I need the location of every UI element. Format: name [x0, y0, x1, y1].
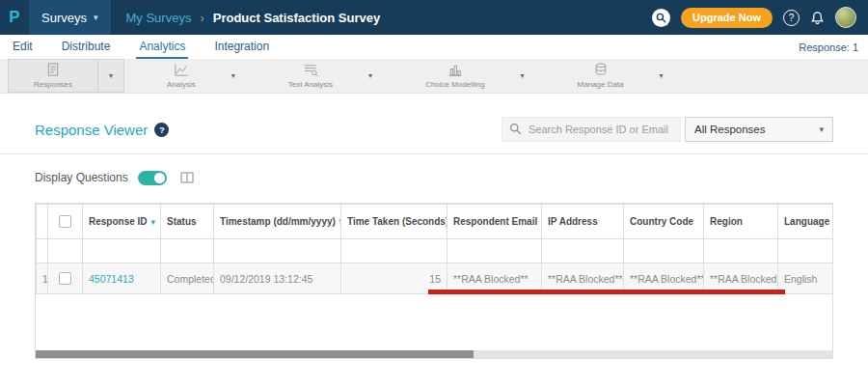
filter-cell[interactable]: [704, 239, 778, 263]
surveys-menu-button[interactable]: Surveys ▾: [29, 0, 111, 35]
choice-modelling-icon: [447, 62, 464, 78]
analysis-icon: [173, 62, 190, 78]
header-language[interactable]: Language: [778, 205, 833, 239]
header-timestamp-label: Timestamp (dd/mm/yyyy): [220, 216, 336, 227]
filter-cell[interactable]: [778, 239, 833, 263]
upgrade-now-button[interactable]: Upgrade Now: [681, 8, 773, 28]
filter-cell[interactable]: [161, 239, 214, 263]
filter-cell[interactable]: [448, 239, 542, 263]
text-analysis-label: Text Analysis: [288, 80, 333, 89]
cell-status: Completed: [161, 263, 214, 294]
all-responses-dropdown[interactable]: All Responses ▾: [685, 117, 833, 142]
questionpro-logo[interactable]: P: [0, 8, 29, 27]
display-questions-row: Display Questions: [35, 168, 833, 187]
responses-button[interactable]: Responses: [9, 60, 97, 92]
toggle-knob: [154, 173, 165, 183]
breadcrumb-my-surveys[interactable]: My Surveys: [126, 11, 192, 25]
tab-edit[interactable]: Edit: [10, 35, 36, 59]
cell-response-id: 45071413: [83, 263, 161, 294]
title-help-icon[interactable]: ?: [154, 123, 169, 137]
survey-nav-tabs: Edit Distribute Analytics Integration Re…: [0, 35, 868, 59]
header-status[interactable]: Status: [161, 205, 214, 239]
display-questions-toggle[interactable]: [138, 171, 167, 185]
header-time-taken[interactable]: Time Taken (Seconds)⇅: [341, 205, 448, 239]
search-icon[interactable]: [652, 9, 670, 27]
manage-data-label: Manage Data: [578, 80, 624, 89]
header-region[interactable]: Region: [704, 205, 778, 239]
chevron-down-icon: ▾: [94, 13, 98, 22]
manage-data-button[interactable]: Manage Data: [553, 59, 649, 93]
dropdown-caret-icon: ▾: [819, 124, 824, 134]
tab-integration[interactable]: Integration: [211, 35, 272, 59]
response-count: Response: 1: [799, 35, 858, 59]
filter-cell: [37, 239, 48, 263]
header-select-all: [48, 205, 83, 239]
help-icon[interactable]: ?: [783, 10, 800, 26]
sort-desc-icon[interactable]: ▾: [151, 217, 156, 227]
tab-distribute[interactable]: Distribute: [59, 35, 114, 59]
response-table-container: Response ID▾ Status Timestamp (dd/mm/yyy…: [35, 203, 833, 359]
filter-cell[interactable]: [214, 239, 341, 263]
row-checkbox[interactable]: [59, 272, 71, 285]
search-input-icon: [509, 123, 522, 135]
text-analysis-icon: [302, 62, 319, 78]
header-respondent-email[interactable]: Respondent Email: [448, 205, 542, 239]
toolbar-item-responses[interactable]: Responses ▾: [8, 59, 124, 93]
responses-table: Response ID▾ Status Timestamp (dd/mm/yyy…: [36, 204, 832, 294]
choice-modelling-button[interactable]: Choice Modelling: [400, 59, 509, 93]
toolbar-item-choice-modelling[interactable]: Choice Modelling ▾: [400, 59, 534, 93]
table-scroll-area: Response ID▾ Status Timestamp (dd/mm/yyy…: [36, 204, 832, 294]
text-analysis-button[interactable]: Text Analysis: [263, 59, 358, 93]
search-response-input[interactable]: [502, 117, 681, 142]
manage-data-dropdown-caret[interactable]: ▾: [649, 59, 674, 93]
viewer-header: Response Viewer ? All Responses ▾: [35, 117, 833, 142]
header-time-taken-label: Time Taken (Seconds): [347, 216, 448, 227]
display-questions-label: Display Questions: [35, 171, 128, 184]
analysis-button[interactable]: Analysis: [142, 59, 221, 93]
cell-language: English: [778, 263, 833, 294]
page-title: Response Viewer: [35, 122, 148, 138]
tab-analytics[interactable]: Analytics: [136, 35, 188, 59]
horizontal-scrollbar[interactable]: [36, 350, 832, 358]
header-timestamp[interactable]: Timestamp (dd/mm/yyyy)⇅: [214, 205, 341, 239]
toolbar-item-manage-data[interactable]: Manage Data ▾: [553, 59, 674, 93]
magnifier-glyph: [656, 13, 666, 23]
cell-timestamp: 09/12/2019 13:12:45: [214, 263, 341, 294]
filter-cell: [48, 239, 83, 263]
choice-modelling-dropdown-caret[interactable]: ▾: [510, 59, 535, 93]
response-search: [502, 117, 681, 142]
responses-icon: [44, 62, 62, 78]
responses-dropdown-caret[interactable]: ▾: [97, 60, 123, 92]
filter-cell[interactable]: [83, 239, 161, 263]
cell-row-number: 1: [37, 263, 48, 294]
manage-data-icon: [592, 62, 610, 78]
filter-cell[interactable]: [624, 239, 704, 263]
toolbar-item-analysis[interactable]: Analysis ▾: [142, 59, 246, 93]
choice-modelling-label: Choice Modelling: [425, 80, 484, 89]
breadcrumb: My Surveys › Product Satisfaction Survey: [126, 11, 381, 25]
header-ip-address[interactable]: IP Address: [542, 205, 624, 239]
response-id-link[interactable]: 45071413: [89, 273, 134, 285]
column-settings-icon[interactable]: [180, 171, 194, 184]
red-annotation-line: [428, 290, 785, 294]
responses-label: Responses: [34, 80, 72, 89]
filter-cell[interactable]: [542, 239, 624, 263]
surveys-menu-label: Surveys: [41, 11, 87, 25]
scrollbar-thumb[interactable]: [36, 350, 474, 358]
header-response-id[interactable]: Response ID▾: [83, 205, 161, 239]
section-divider: [0, 153, 868, 154]
select-all-checkbox[interactable]: [59, 215, 71, 228]
topbar: P Surveys ▾ My Surveys › Product Satisfa…: [0, 0, 868, 35]
analysis-label: Analysis: [167, 80, 196, 89]
cell-select: [48, 263, 83, 294]
analysis-dropdown-caret[interactable]: ▾: [221, 59, 246, 93]
breadcrumb-current-survey: Product Satisfaction Survey: [213, 11, 380, 25]
header-country-code[interactable]: Country Code: [624, 205, 704, 239]
analytics-toolbar: Responses ▾ Analysis ▾ Text Analysis ▾ C…: [0, 59, 868, 94]
toolbar-item-text-analysis[interactable]: Text Analysis ▾: [263, 59, 383, 93]
table-header-row: Response ID▾ Status Timestamp (dd/mm/yyy…: [37, 205, 833, 239]
notifications-bell-icon[interactable]: [810, 11, 825, 25]
filter-cell[interactable]: [341, 239, 448, 263]
text-analysis-dropdown-caret[interactable]: ▾: [358, 59, 383, 93]
user-avatar[interactable]: [835, 7, 856, 28]
